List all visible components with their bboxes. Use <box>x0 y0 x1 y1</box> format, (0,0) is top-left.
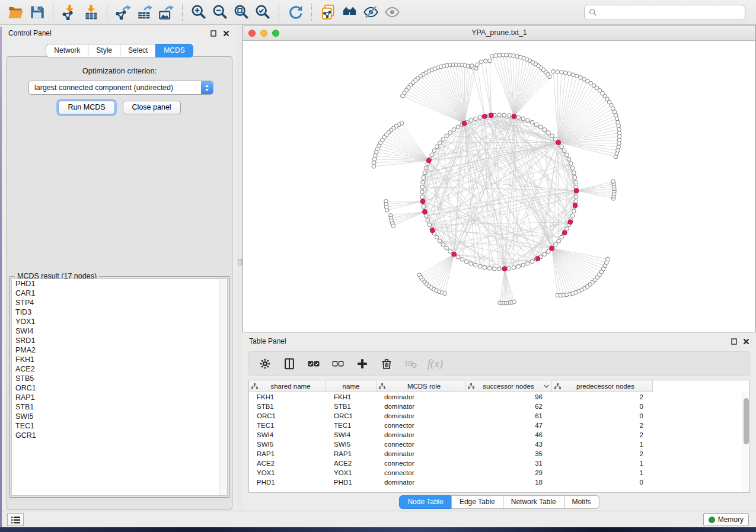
save-session-button[interactable] <box>26 2 47 23</box>
cell-successor-nodes[interactable]: 43 <box>465 440 552 449</box>
tab-select[interactable]: Select <box>120 44 155 57</box>
gear-button[interactable] <box>257 356 273 371</box>
close-panel-button[interactable]: Close panel <box>123 101 181 114</box>
close-panel-icon[interactable] <box>222 30 230 37</box>
cell-name[interactable]: SWI4 <box>326 430 377 440</box>
cell-shared-name[interactable]: PHD1 <box>249 477 326 487</box>
hide-selected-button[interactable] <box>360 2 381 23</box>
import-network-button[interactable] <box>59 2 80 23</box>
cell-predecessor-nodes[interactable]: 2 <box>552 430 653 440</box>
uncheck-all-button[interactable] <box>330 356 346 371</box>
search-input[interactable] <box>597 7 745 18</box>
table-scrollbar-thumb[interactable] <box>744 398 749 444</box>
cell-predecessor-nodes[interactable]: 1 <box>552 459 653 468</box>
splitter-grip[interactable] <box>238 259 242 265</box>
cell-predecessor-nodes[interactable]: 0 <box>552 402 653 411</box>
cell-successor-nodes[interactable]: 96 <box>465 392 552 402</box>
cell-name[interactable]: ACE2 <box>326 459 377 468</box>
cell-successor-nodes[interactable]: 47 <box>465 421 552 430</box>
cell-shared-name[interactable]: SWI5 <box>249 440 326 449</box>
panel-splitter[interactable] <box>237 27 243 511</box>
mcds-result-item[interactable]: STB5 <box>12 374 227 383</box>
mcds-result-item[interactable]: STB1 <box>12 402 227 412</box>
cell-shared-name[interactable]: YOX1 <box>249 468 326 477</box>
mcds-result-item[interactable]: YOX1 <box>12 317 227 326</box>
cell-mcds-role[interactable]: dominator <box>377 449 465 459</box>
cell-mcds-role[interactable]: dominator <box>377 392 465 402</box>
cell-predecessor-nodes[interactable]: 2 <box>552 392 653 402</box>
cell-shared-name[interactable]: ORC1 <box>249 411 326 421</box>
cell-shared-name[interactable]: STB1 <box>249 402 326 411</box>
network-graph[interactable] <box>243 41 755 332</box>
table-row[interactable]: YOX1YOX1connector291 <box>249 468 749 477</box>
tab-mcds[interactable]: MCDS <box>155 44 193 57</box>
network-canvas[interactable] <box>243 41 755 332</box>
plus-button[interactable] <box>355 356 370 371</box>
cell-successor-nodes[interactable]: 29 <box>465 468 552 477</box>
cell-predecessor-nodes[interactable]: 2 <box>552 421 653 430</box>
mcds-result-item[interactable]: ACE2 <box>12 364 227 374</box>
table-scrollbar[interactable] <box>742 392 749 492</box>
zoom-selected-button[interactable] <box>252 2 273 23</box>
cell-predecessor-nodes[interactable]: 1 <box>552 468 653 477</box>
table-row[interactable]: RAP1RAP1dominator352 <box>249 449 749 459</box>
table-row[interactable]: SWI5SWI5connector431 <box>249 440 749 449</box>
column-header-successor-nodes[interactable]: successor nodes <box>465 380 552 392</box>
cell-shared-name[interactable]: ACE2 <box>249 459 326 468</box>
export-table-button[interactable] <box>134 2 155 23</box>
column-header-name[interactable]: name <box>326 380 377 392</box>
cell-mcds-role[interactable]: dominator <box>377 477 465 487</box>
table-row[interactable]: TEC1TEC1connector472 <box>249 421 749 430</box>
network-window-titlebar[interactable]: YPA_prune.txt_1 <box>243 25 755 41</box>
criterion-select[interactable]: largest connected component (undirected) <box>28 81 213 95</box>
show-panels-button[interactable] <box>7 513 24 526</box>
mcds-result-item[interactable]: SWI4 <box>12 326 227 336</box>
cell-shared-name[interactable]: RAP1 <box>249 449 326 459</box>
mcds-result-item[interactable]: FKH1 <box>12 355 227 364</box>
cell-name[interactable]: PHD1 <box>326 477 377 487</box>
refresh-layout-button[interactable] <box>285 2 306 23</box>
cell-shared-name[interactable]: TEC1 <box>249 421 326 430</box>
mcds-result-item[interactable]: TID3 <box>12 307 227 317</box>
cell-successor-nodes[interactable]: 46 <box>465 430 552 440</box>
zoom-out-button[interactable] <box>209 2 231 23</box>
run-mcds-button[interactable]: Run MCDS <box>58 101 114 114</box>
mcds-result-item[interactable]: GCR1 <box>12 431 227 440</box>
zoom-in-button[interactable] <box>188 2 209 23</box>
network-ring-nodes[interactable] <box>420 113 579 271</box>
cell-name[interactable]: FKH1 <box>326 392 377 402</box>
cell-predecessor-nodes[interactable]: 0 <box>552 411 653 421</box>
cell-predecessor-nodes[interactable]: 0 <box>552 477 653 487</box>
mcds-result-item[interactable]: RAP1 <box>12 393 227 402</box>
cell-name[interactable]: YOX1 <box>326 468 377 477</box>
table-row[interactable]: SWI4SWI4dominator462 <box>249 430 749 440</box>
column-header-shared-name[interactable]: shared name <box>249 380 326 392</box>
tab-style[interactable]: Style <box>88 44 120 57</box>
column-header-mcds-role[interactable]: MCDS role <box>377 380 465 392</box>
tab-edge-table[interactable]: Edge Table <box>451 495 503 509</box>
cell-shared-name[interactable]: SWI4 <box>249 430 326 440</box>
column-header-predecessor-nodes[interactable]: predecessor nodes <box>552 380 653 392</box>
mcds-result-item[interactable]: STP4 <box>12 298 227 307</box>
table-row[interactable]: ORC1ORC1dominator610 <box>249 411 749 421</box>
check-all-button[interactable] <box>306 356 321 371</box>
cell-name[interactable]: SWI5 <box>326 440 377 449</box>
import-table-button[interactable] <box>80 2 101 23</box>
cell-mcds-role[interactable]: connector <box>377 421 465 430</box>
table-row[interactable]: FKH1FKH1dominator962 <box>249 392 749 402</box>
float-table-panel-icon[interactable] <box>731 338 738 345</box>
clone-network-button[interactable] <box>317 2 339 23</box>
cell-successor-nodes[interactable]: 31 <box>465 459 552 468</box>
cell-mcds-role[interactable]: dominator <box>377 430 465 440</box>
tab-network[interactable]: Network <box>46 44 88 57</box>
close-table-panel-icon[interactable] <box>742 338 750 345</box>
mcds-result-item[interactable]: SWI5 <box>12 412 227 421</box>
cell-predecessor-nodes[interactable]: 1 <box>552 440 653 449</box>
export-network-button[interactable] <box>113 2 134 23</box>
mcds-result-item[interactable]: ORC1 <box>12 383 227 393</box>
cell-mcds-role[interactable]: connector <box>377 459 465 468</box>
cell-name[interactable]: RAP1 <box>326 449 377 459</box>
cell-name[interactable]: STB1 <box>326 402 377 411</box>
export-image-button[interactable] <box>155 2 177 23</box>
cell-predecessor-nodes[interactable]: 2 <box>552 449 653 459</box>
